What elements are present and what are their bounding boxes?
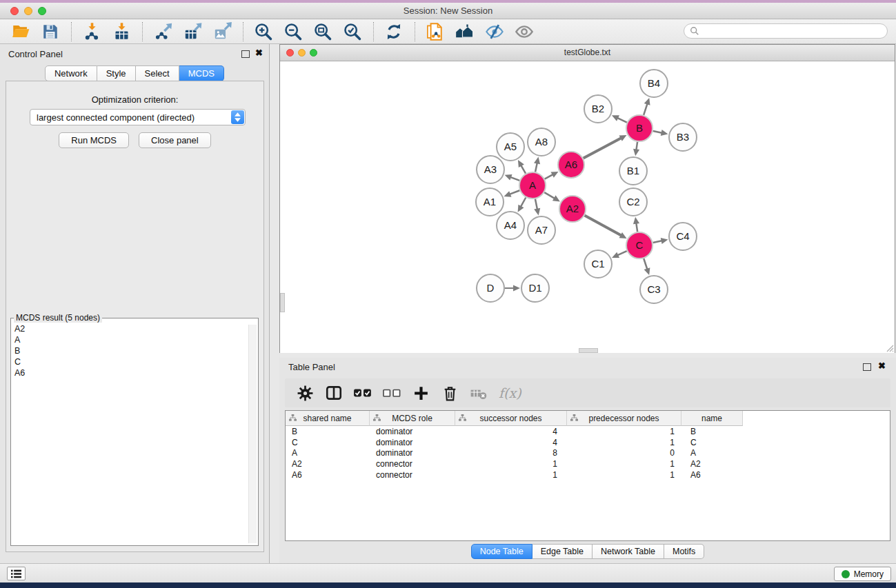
graph-edge-C-C4[interactable] (653, 241, 663, 243)
tab-mcds[interactable]: MCDS (179, 65, 224, 81)
tab-network[interactable]: Network (45, 65, 97, 81)
zoom-window-button[interactable] (38, 7, 46, 15)
network-minimize-button[interactable] (298, 49, 306, 57)
search-input[interactable] (699, 26, 882, 37)
graph-edge-A-A1[interactable] (509, 190, 519, 194)
graph-edge-A-A4[interactable] (520, 198, 526, 207)
minimize-window-button[interactable] (24, 7, 32, 15)
graph-node-B1[interactable]: B1 (619, 157, 647, 185)
float-panel-icon[interactable] (241, 50, 250, 58)
table-row[interactable]: Cdominator41C (286, 437, 890, 448)
close-panel-icon[interactable]: ✖ (255, 48, 263, 58)
search-box[interactable] (684, 23, 888, 39)
graph-edge-B-B2[interactable] (617, 118, 627, 123)
tab-style[interactable]: Style (97, 65, 136, 81)
graph-node-C3[interactable]: C3 (640, 276, 668, 303)
graph-edge-C-C2[interactable] (636, 223, 637, 232)
graph-node-B3[interactable]: B3 (669, 123, 697, 151)
table-row[interactable]: A2connector11A2 (286, 458, 890, 469)
graph-edge-A-A5[interactable] (521, 165, 526, 174)
export-network-icon[interactable] (152, 21, 174, 43)
graph-node-A[interactable]: A (519, 172, 546, 199)
create-column-icon[interactable] (410, 383, 431, 403)
mcds-result-item[interactable]: A6 (14, 367, 257, 378)
unselect-all-columns-icon[interactable] (381, 383, 402, 403)
graph-edge-A6-B[interactable] (584, 138, 622, 159)
graph-node-A4[interactable]: A4 (497, 212, 524, 239)
zoom-out-icon[interactable] (282, 21, 304, 43)
graph-edge-A-A7[interactable] (535, 199, 537, 210)
export-image-icon[interactable] (211, 21, 233, 43)
show-graphics-details-icon[interactable] (513, 21, 535, 43)
delete-table-icon[interactable] (468, 383, 489, 403)
clone-network-icon[interactable] (424, 21, 446, 43)
graph-node-B2[interactable]: B2 (584, 95, 612, 123)
graph-node-C4[interactable]: C4 (669, 223, 697, 250)
mcds-result-item[interactable]: B (14, 345, 257, 356)
column-header-successor-nodes[interactable]: successor nodes (455, 411, 567, 426)
tab-select[interactable]: Select (136, 65, 179, 81)
task-history-button[interactable] (7, 567, 26, 580)
graph-node-C2[interactable]: C2 (619, 188, 647, 216)
table-options-gear-icon[interactable] (295, 383, 315, 403)
graph-edge-A-A3[interactable] (510, 177, 519, 181)
resize-grip-icon[interactable] (883, 341, 894, 352)
graph-edge-B-B4[interactable] (644, 103, 648, 115)
open-session-icon[interactable] (10, 21, 32, 43)
graph-node-B[interactable]: B (626, 115, 653, 141)
float-table-panel-icon[interactable] (863, 363, 871, 371)
graph-edge-A-A2[interactable] (544, 192, 555, 199)
delete-column-icon[interactable] (439, 383, 460, 403)
graph-node-C1[interactable]: C1 (584, 250, 612, 278)
column-header-mcds-role[interactable]: MCDS role (370, 411, 455, 426)
function-builder-icon[interactable]: f(x) (499, 385, 521, 401)
network-canvas[interactable]: B4B2BB3A8A5A6B1A3AA1C2A2A4A7C4CC1C3DD1 (280, 61, 895, 353)
table-row[interactable]: Bdominator41B (286, 426, 890, 437)
graph-edge-A-A8[interactable] (535, 162, 537, 172)
graph-node-A2[interactable]: A2 (559, 196, 586, 222)
tab-network-table[interactable]: Network Table (593, 544, 664, 559)
zoom-fit-icon[interactable] (312, 21, 334, 43)
mcds-result-item[interactable]: A2 (14, 323, 257, 334)
memory-button[interactable]: Memory (834, 567, 891, 581)
network-zoom-button[interactable] (310, 49, 317, 57)
export-table-icon[interactable] (181, 21, 203, 43)
graph-node-A8[interactable]: A8 (528, 128, 555, 156)
graph-edge-C-C1[interactable] (617, 251, 626, 255)
import-table-icon[interactable] (110, 21, 132, 43)
graph-node-B4[interactable]: B4 (640, 70, 668, 97)
graph-node-A3[interactable]: A3 (477, 156, 504, 183)
zoom-selected-icon[interactable] (341, 21, 364, 43)
graph-edge-B-B3[interactable] (653, 131, 663, 133)
mcds-result-item[interactable]: A (14, 334, 257, 345)
graph-edge-A-A6[interactable] (545, 174, 554, 179)
graph-node-D[interactable]: D (477, 274, 504, 302)
optimization-criterion-select[interactable]: largest connected component (directed) (30, 109, 246, 125)
tab-motifs[interactable]: Motifs (664, 544, 704, 559)
apply-layout-icon[interactable] (383, 21, 405, 43)
graph-node-D1[interactable]: D1 (521, 274, 549, 302)
column-header-predecessor-nodes[interactable]: predecessor nodes (567, 411, 681, 426)
graph-node-C[interactable]: C (626, 232, 653, 258)
graph-node-A5[interactable]: A5 (497, 133, 524, 161)
select-all-columns-icon[interactable] (352, 383, 373, 403)
hide-graphics-details-icon[interactable] (484, 21, 506, 43)
graph-node-A1[interactable]: A1 (476, 188, 504, 216)
show-column-icon[interactable] (323, 383, 344, 403)
home-networks-icon[interactable] (454, 21, 476, 43)
close-panel-button[interactable]: Close panel (139, 132, 211, 148)
horizontal-scroll-nub[interactable] (579, 348, 598, 353)
table-row[interactable]: A6connector11A6 (286, 469, 890, 480)
close-window-button[interactable] (10, 7, 19, 15)
vertical-scroll-nub[interactable] (280, 293, 285, 312)
table-row[interactable]: Adominator80A (286, 448, 890, 459)
graph-node-A6[interactable]: A6 (558, 152, 584, 178)
graph-edge-C-C3[interactable] (644, 258, 647, 270)
graph-edge-A2-C[interactable] (585, 216, 622, 236)
column-header-name[interactable]: name (681, 411, 743, 426)
save-session-icon[interactable] (39, 21, 61, 43)
tab-node-table[interactable]: Node Table (471, 544, 532, 559)
import-network-icon[interactable] (81, 21, 103, 43)
zoom-in-icon[interactable] (252, 21, 275, 43)
column-header-shared-name[interactable]: shared name (286, 411, 370, 426)
